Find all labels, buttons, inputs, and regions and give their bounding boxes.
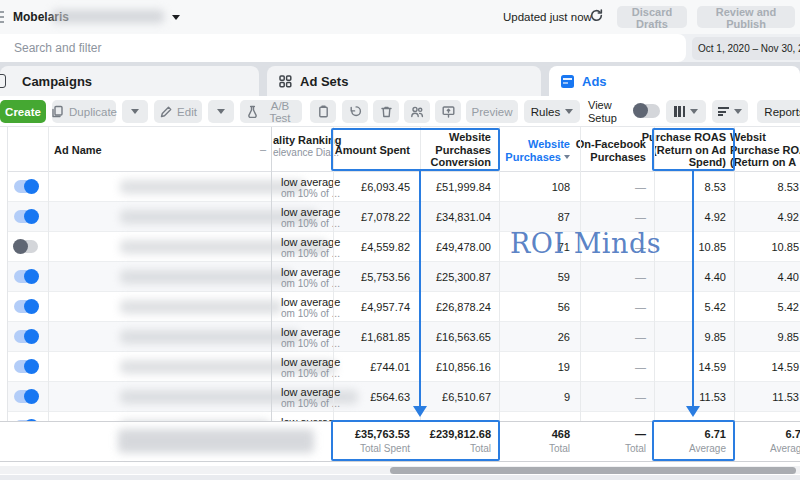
column-website-purchases-conversion[interactable]: Website Purchases Conversion xyxy=(430,131,491,169)
column-amount-spent[interactable]: Amount Spent xyxy=(335,144,410,157)
totals-row: £35,763.53 Total Spent £239,812.68 Total… xyxy=(0,421,800,462)
total-on-facebook-purchases-label: Total xyxy=(625,443,646,454)
column-on-facebook-purchases[interactable]: On-Facebook Purchases xyxy=(576,138,646,163)
ad-status-toggle[interactable] xyxy=(14,270,38,283)
duplicate-button[interactable]: Duplicate xyxy=(52,100,116,123)
quality-ranking-subtext: om 10% of ... xyxy=(281,398,340,409)
delete-button[interactable] xyxy=(373,100,399,123)
website-purchases-conversion-cell: £6,510.67 xyxy=(442,391,491,403)
ab-test-button[interactable]: A/B Test xyxy=(240,100,302,123)
duplicate-label: Duplicate xyxy=(69,106,117,118)
purchase-roas-cell: 14.59 xyxy=(698,361,726,373)
ad-status-toggle[interactable] xyxy=(14,240,38,253)
chevron-down-icon[interactable] xyxy=(172,15,180,20)
table-row[interactable]: low average om 10% of ... £5,753.56 £25,… xyxy=(0,262,800,292)
table-row[interactable]: low average om 10% of ... £744.01 £10,85… xyxy=(0,352,800,382)
ad-status-toggle[interactable] xyxy=(14,390,38,403)
edit-label: Edit xyxy=(177,106,197,118)
duplicate-dropdown[interactable] xyxy=(122,100,148,123)
website-purchase-roas-cell: 8.53 xyxy=(778,181,799,193)
review-publish-button[interactable]: Review and Publish xyxy=(697,6,795,28)
campaigns-icon xyxy=(0,74,6,88)
table-row[interactable]: low average om 10% of ... £616.68 £2,892… xyxy=(0,412,800,421)
edit-button[interactable]: Edit xyxy=(154,100,202,123)
table-row[interactable]: low average om 10% of ... £6,093.45 £51,… xyxy=(0,172,800,202)
refresh-button[interactable] xyxy=(586,8,606,26)
purchase-roas-cell: 10.85 xyxy=(698,241,726,253)
on-facebook-purchases-cell: — xyxy=(635,361,646,373)
website-purchases-conversion-cell: £16,563.65 xyxy=(436,331,491,343)
column-divider xyxy=(580,127,581,462)
horizontal-scrollbar-thumb[interactable] xyxy=(390,467,796,474)
total-website-purchases: 468 xyxy=(552,428,570,440)
table-row[interactable]: low average om 10% of ... £7,078.22 £34,… xyxy=(0,202,800,232)
columns-button[interactable] xyxy=(666,100,706,123)
preview-button[interactable]: Preview xyxy=(466,100,518,123)
table-row[interactable]: low average om 10% of ... £4,559.82 £49,… xyxy=(0,232,800,262)
ad-status-toggle[interactable] xyxy=(14,330,38,343)
amount-spent-cell: £7,078.22 xyxy=(361,211,410,223)
ad-status-toggle[interactable] xyxy=(14,210,38,223)
ad-status-toggle[interactable] xyxy=(14,180,38,193)
website-purchases-conversion-cell: £25,300.87 xyxy=(436,271,491,283)
website-purchases-cell: 9 xyxy=(564,391,570,403)
quality-ranking-subtext: om 10% of ... xyxy=(281,278,340,289)
on-facebook-purchases-cell: — xyxy=(635,331,646,343)
table-row[interactable]: low average om 10% of ... £4,957.74 £26,… xyxy=(0,292,800,322)
on-facebook-purchases-cell: — xyxy=(635,301,646,313)
ad-sets-grid-icon xyxy=(279,75,292,88)
tab-ads[interactable]: Ads xyxy=(549,66,800,96)
quality-ranking-subtext: om 10% of ... xyxy=(281,248,340,259)
ad-status-toggle[interactable] xyxy=(14,300,38,313)
audience-button[interactable] xyxy=(404,100,430,123)
amount-spent-cell: £5,753.56 xyxy=(361,271,410,283)
clipboard-button[interactable] xyxy=(310,100,336,123)
trash-icon xyxy=(380,105,393,118)
columns-icon xyxy=(674,106,685,117)
column-ad-name[interactable]: Ad Name xyxy=(54,144,102,156)
website-purchase-roas-cell: 5.42 xyxy=(778,301,799,313)
quality-ranking-cell: low average xyxy=(281,326,340,338)
column-website-purchase-roas[interactable]: Websit Purchase ROA (Return on A xyxy=(730,131,800,169)
discard-drafts-button[interactable]: Discard Drafts xyxy=(617,6,687,28)
view-setup-toggle[interactable] xyxy=(633,104,660,118)
table-row[interactable]: low average om 10% of ... £1,681.85 £16,… xyxy=(0,322,800,352)
top-bar: Mobelaris Updated just now Discard Draft… xyxy=(0,0,800,34)
breakdown-button[interactable] xyxy=(712,100,748,123)
edit-dropdown[interactable] xyxy=(208,100,234,123)
chevron-down-icon xyxy=(217,109,225,114)
menu-icon xyxy=(0,11,4,23)
copy-icon xyxy=(51,105,64,118)
ad-status-toggle[interactable] xyxy=(14,360,38,373)
breakdown-icon xyxy=(718,106,729,117)
sort-desc-icon xyxy=(564,155,570,159)
average-website-purchase-roas: 6.71 xyxy=(786,428,800,440)
table-body: low average om 10% of ... £6,093.45 £51,… xyxy=(0,172,800,421)
tab-campaigns[interactable]: Campaigns xyxy=(0,66,259,96)
date-range-button[interactable]: Oct 1, 2020 – Nov 30, 2020 xyxy=(692,37,800,60)
bottom-strip xyxy=(0,475,800,480)
tab-ad-sets[interactable]: Ad Sets xyxy=(267,66,541,96)
rules-button[interactable]: Rules xyxy=(524,100,580,123)
chevron-down-icon xyxy=(565,109,573,114)
reports-button[interactable]: Reports xyxy=(757,100,800,123)
website-purchase-roas-cell: 4.40 xyxy=(778,271,799,283)
ads-manager-screen: Mobelaris Updated just now Discard Draft… xyxy=(0,0,800,480)
column-quality-ranking[interactable]: ality Ranking elevance Dia... xyxy=(273,134,341,159)
average-website-purchase-roas-label: Average xyxy=(770,443,800,454)
share-screen-button[interactable] xyxy=(435,100,461,123)
undo-icon xyxy=(349,105,362,118)
column-website-purchases[interactable]: Website Purchases xyxy=(505,138,570,163)
create-button[interactable]: Create xyxy=(0,100,46,123)
quality-ranking-cell: low average xyxy=(281,386,340,398)
undo-button[interactable] xyxy=(342,100,368,123)
tab-ads-label: Ads xyxy=(582,74,607,89)
quality-ranking-cell: low average xyxy=(281,296,340,308)
purchase-roas-cell: 5.42 xyxy=(705,301,726,313)
table-row[interactable]: low average om 10% of ... £564.63 £6,510… xyxy=(0,382,800,412)
website-purchases-conversion-cell: £34,831.04 xyxy=(436,211,491,223)
search-input[interactable] xyxy=(0,34,686,62)
website-purchases-cell: 19 xyxy=(558,361,570,373)
on-facebook-purchases-cell: — xyxy=(635,391,646,403)
quality-ranking-cell: low average xyxy=(281,356,340,368)
